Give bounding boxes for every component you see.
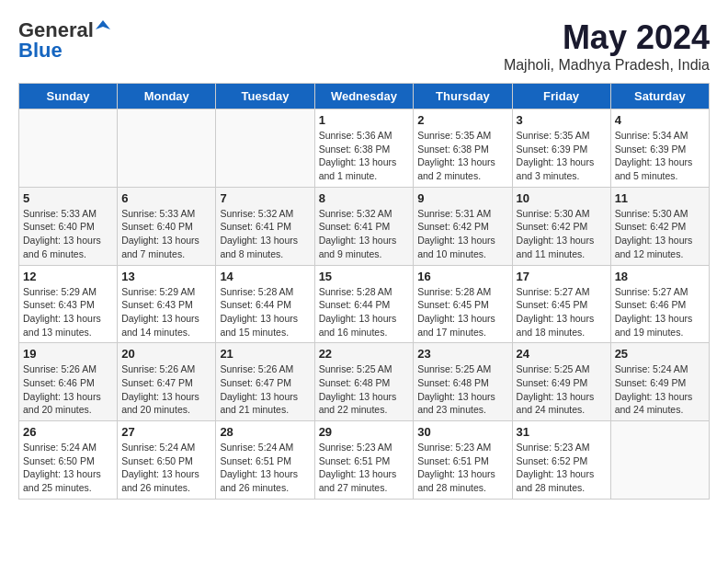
day-number: 25: [615, 347, 705, 361]
day-info: Sunrise: 5:33 AMSunset: 6:40 PMDaylight:…: [121, 207, 211, 261]
day-number: 2: [417, 113, 507, 127]
calendar-cell: 28Sunrise: 5:24 AMSunset: 6:51 PMDayligh…: [216, 421, 314, 500]
calendar-cell: 6Sunrise: 5:33 AMSunset: 6:40 PMDaylight…: [118, 187, 216, 265]
calendar-cell: 21Sunrise: 5:26 AMSunset: 6:47 PMDayligh…: [216, 343, 314, 421]
calendar-cell: 5Sunrise: 5:33 AMSunset: 6:40 PMDaylight…: [19, 187, 118, 265]
calendar-cell: 7Sunrise: 5:32 AMSunset: 6:41 PMDaylight…: [216, 187, 314, 265]
calendar-cell: 8Sunrise: 5:32 AMSunset: 6:41 PMDaylight…: [314, 187, 414, 265]
day-info: Sunrise: 5:35 AMSunset: 6:38 PMDaylight:…: [417, 129, 507, 183]
day-info: Sunrise: 5:25 AMSunset: 6:49 PMDaylight:…: [517, 362, 607, 417]
day-info: Sunrise: 5:36 AMSunset: 6:38 PMDaylight:…: [319, 129, 410, 183]
weekday-header-monday: Monday: [118, 84, 216, 109]
calendar-cell: [216, 109, 314, 188]
day-number: 4: [615, 113, 705, 127]
day-info: Sunrise: 5:25 AMSunset: 6:48 PMDaylight:…: [417, 362, 507, 417]
svg-marker-0: [96, 20, 110, 29]
day-info: Sunrise: 5:27 AMSunset: 6:45 PMDaylight:…: [517, 285, 607, 339]
day-info: Sunrise: 5:35 AMSunset: 6:39 PMDaylight:…: [517, 129, 607, 183]
day-info: Sunrise: 5:31 AMSunset: 6:42 PMDaylight:…: [417, 207, 507, 261]
day-info: Sunrise: 5:23 AMSunset: 6:51 PMDaylight:…: [319, 441, 410, 495]
day-info: Sunrise: 5:27 AMSunset: 6:46 PMDaylight:…: [615, 285, 705, 339]
calendar-cell: 2Sunrise: 5:35 AMSunset: 6:38 PMDaylight…: [414, 109, 512, 188]
calendar-cell: 30Sunrise: 5:23 AMSunset: 6:51 PMDayligh…: [414, 421, 512, 500]
weekday-header-tuesday: Tuesday: [216, 84, 314, 109]
day-info: Sunrise: 5:24 AMSunset: 6:50 PMDaylight:…: [121, 441, 211, 495]
calendar-cell: 20Sunrise: 5:26 AMSunset: 6:47 PMDayligh…: [118, 343, 216, 421]
calendar-cell: 9Sunrise: 5:31 AMSunset: 6:42 PMDaylight…: [414, 187, 512, 265]
calendar-cell: [118, 109, 216, 188]
day-info: Sunrise: 5:29 AMSunset: 6:43 PMDaylight:…: [23, 285, 113, 339]
logo-blue-text: Blue: [18, 39, 63, 62]
calendar-cell: [19, 109, 118, 188]
day-number: 28: [220, 425, 310, 439]
calendar-cell: 23Sunrise: 5:25 AMSunset: 6:48 PMDayligh…: [414, 343, 512, 421]
day-number: 12: [23, 270, 113, 283]
month-title: May 2024: [504, 18, 710, 57]
day-number: 3: [517, 113, 607, 127]
weekday-header-friday: Friday: [512, 84, 610, 109]
calendar-cell: 11Sunrise: 5:30 AMSunset: 6:42 PMDayligh…: [610, 187, 709, 265]
day-info: Sunrise: 5:26 AMSunset: 6:47 PMDaylight:…: [121, 362, 211, 417]
day-number: 10: [517, 191, 607, 205]
day-number: 19: [23, 347, 113, 361]
calendar-week-1: 1Sunrise: 5:36 AMSunset: 6:38 PMDaylight…: [19, 109, 710, 188]
calendar-cell: 4Sunrise: 5:34 AMSunset: 6:39 PMDaylight…: [610, 109, 709, 188]
day-number: 9: [417, 191, 507, 205]
day-info: Sunrise: 5:23 AMSunset: 6:51 PMDaylight:…: [417, 441, 507, 495]
day-info: Sunrise: 5:34 AMSunset: 6:39 PMDaylight:…: [615, 129, 705, 183]
calendar-cell: 25Sunrise: 5:24 AMSunset: 6:49 PMDayligh…: [610, 343, 709, 421]
day-info: Sunrise: 5:33 AMSunset: 6:40 PMDaylight:…: [23, 207, 113, 261]
day-number: 7: [220, 191, 310, 205]
calendar-cell: 14Sunrise: 5:28 AMSunset: 6:44 PMDayligh…: [216, 265, 314, 343]
day-number: 1: [319, 113, 410, 127]
day-number: 21: [220, 347, 310, 361]
calendar-cell: 18Sunrise: 5:27 AMSunset: 6:46 PMDayligh…: [610, 265, 709, 343]
day-number: 5: [23, 191, 113, 205]
day-info: Sunrise: 5:30 AMSunset: 6:42 PMDaylight:…: [615, 207, 705, 261]
day-number: 27: [121, 425, 211, 439]
day-number: 26: [23, 425, 113, 439]
day-number: 13: [121, 270, 211, 283]
day-info: Sunrise: 5:32 AMSunset: 6:41 PMDaylight:…: [220, 207, 310, 261]
calendar-cell: 17Sunrise: 5:27 AMSunset: 6:45 PMDayligh…: [512, 265, 610, 343]
day-info: Sunrise: 5:30 AMSunset: 6:42 PMDaylight:…: [517, 207, 607, 261]
day-number: 18: [615, 270, 705, 283]
day-number: 16: [417, 270, 507, 283]
calendar-cell: 16Sunrise: 5:28 AMSunset: 6:45 PMDayligh…: [414, 265, 512, 343]
logo: General Blue: [18, 18, 112, 63]
day-number: 24: [517, 347, 607, 361]
title-area: May 2024 Majholi, Madhya Pradesh, India: [504, 18, 710, 74]
day-info: Sunrise: 5:28 AMSunset: 6:44 PMDaylight:…: [220, 285, 310, 339]
weekday-header-sunday: Sunday: [19, 84, 118, 109]
calendar-cell: 15Sunrise: 5:28 AMSunset: 6:44 PMDayligh…: [314, 265, 414, 343]
day-info: Sunrise: 5:24 AMSunset: 6:49 PMDaylight:…: [615, 362, 705, 417]
day-number: 29: [319, 425, 410, 439]
day-info: Sunrise: 5:23 AMSunset: 6:52 PMDaylight:…: [517, 441, 607, 495]
calendar-cell: 10Sunrise: 5:30 AMSunset: 6:42 PMDayligh…: [512, 187, 610, 265]
day-number: 11: [615, 191, 705, 205]
calendar-table: SundayMondayTuesdayWednesdayThursdayFrid…: [18, 83, 710, 500]
day-info: Sunrise: 5:26 AMSunset: 6:46 PMDaylight:…: [23, 362, 113, 417]
day-number: 31: [517, 425, 607, 439]
weekday-header-saturday: Saturday: [610, 84, 709, 109]
day-number: 22: [319, 347, 410, 361]
calendar-cell: 26Sunrise: 5:24 AMSunset: 6:50 PMDayligh…: [19, 421, 118, 500]
calendar-week-4: 19Sunrise: 5:26 AMSunset: 6:46 PMDayligh…: [19, 343, 710, 421]
day-info: Sunrise: 5:24 AMSunset: 6:51 PMDaylight:…: [220, 441, 310, 495]
day-number: 6: [121, 191, 211, 205]
weekday-header-thursday: Thursday: [414, 84, 512, 109]
calendar-cell: 27Sunrise: 5:24 AMSunset: 6:50 PMDayligh…: [118, 421, 216, 500]
weekday-header-wednesday: Wednesday: [314, 84, 414, 109]
day-info: Sunrise: 5:24 AMSunset: 6:50 PMDaylight:…: [23, 441, 113, 495]
day-info: Sunrise: 5:28 AMSunset: 6:45 PMDaylight:…: [417, 285, 507, 339]
weekday-header-row: SundayMondayTuesdayWednesdayThursdayFrid…: [19, 84, 710, 109]
page-header: General Blue May 2024 Majholi, Madhya Pr…: [18, 18, 710, 74]
day-number: 23: [417, 347, 507, 361]
calendar-week-2: 5Sunrise: 5:33 AMSunset: 6:40 PMDaylight…: [19, 187, 710, 265]
calendar-cell: 1Sunrise: 5:36 AMSunset: 6:38 PMDaylight…: [314, 109, 414, 188]
day-number: 17: [517, 270, 607, 283]
day-number: 30: [417, 425, 507, 439]
location-text: Majholi, Madhya Pradesh, India: [504, 57, 710, 74]
day-number: 8: [319, 191, 410, 205]
calendar-cell: 31Sunrise: 5:23 AMSunset: 6:52 PMDayligh…: [512, 421, 610, 500]
